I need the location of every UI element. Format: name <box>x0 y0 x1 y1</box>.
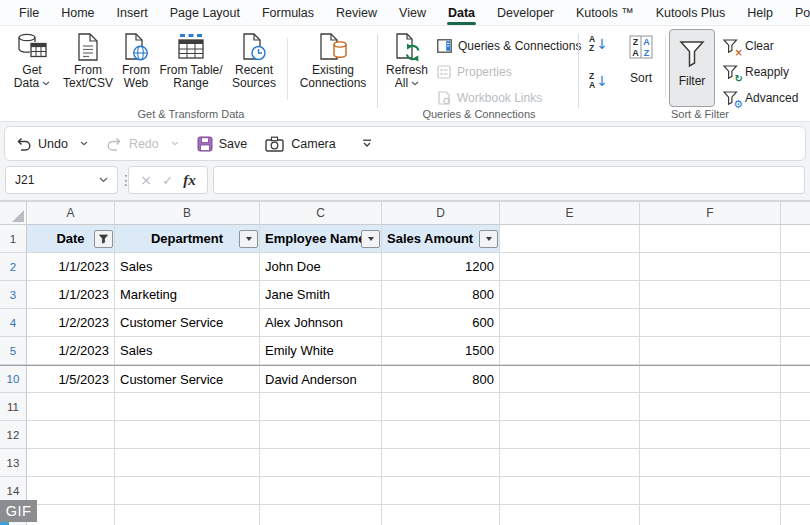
cell-E12[interactable] <box>500 421 640 449</box>
cell-amount-row2[interactable]: 1200 <box>382 253 500 281</box>
cell-A12[interactable] <box>27 421 115 449</box>
cell-department-row2[interactable]: Sales <box>115 253 260 281</box>
cell-D11[interactable] <box>382 393 500 421</box>
cell-F[interactable] <box>640 505 781 525</box>
cell-C13[interactable] <box>260 449 382 477</box>
cell-employee-row4[interactable]: Alex Johnson <box>260 309 382 337</box>
cell-F10[interactable] <box>640 366 781 393</box>
cell-D14[interactable] <box>382 477 500 505</box>
cell-G3[interactable] <box>781 281 810 309</box>
cell-F11[interactable] <box>640 393 781 421</box>
tab-insert[interactable]: Insert <box>106 1 159 25</box>
cell-C12[interactable] <box>260 421 382 449</box>
cell-F14[interactable] <box>640 477 781 505</box>
reapply-filter-button[interactable]: ↻ Reapply <box>722 63 789 81</box>
cell-C11[interactable] <box>260 393 382 421</box>
cell-A11[interactable] <box>27 393 115 421</box>
cell-D13[interactable] <box>382 449 500 477</box>
header-cell-employee-name[interactable]: Employee Name <box>260 225 382 253</box>
from-web-button[interactable]: From Web <box>116 30 156 90</box>
cell-G14[interactable] <box>781 477 810 505</box>
cell-date-row3[interactable]: 1/1/2023 <box>27 281 115 309</box>
cell-department-row4[interactable]: Customer Service <box>115 309 260 337</box>
cell-A14[interactable] <box>27 477 115 505</box>
row-header-10[interactable]: 10 <box>0 366 27 393</box>
formula-bar-input[interactable] <box>213 166 805 194</box>
row-header-11[interactable]: 11 <box>0 393 27 421</box>
cell-E5[interactable] <box>500 337 640 365</box>
cell-B11[interactable] <box>115 393 260 421</box>
refresh-all-button[interactable]: Refresh All <box>381 30 433 90</box>
cell-F1[interactable] <box>640 225 781 253</box>
cell-E4[interactable] <box>500 309 640 337</box>
tab-kutools[interactable]: Kutools ™ <box>565 1 645 25</box>
tab-view[interactable]: View <box>388 1 437 25</box>
sort-descending-button[interactable]: ZA ↓ <box>589 72 608 89</box>
customize-quick-access-button[interactable] <box>362 139 372 148</box>
tab-page-layout[interactable]: Page Layout <box>159 1 251 25</box>
undo-button[interactable]: Undo <box>15 136 88 152</box>
column-header-C[interactable]: C <box>260 202 382 224</box>
cell-B14[interactable] <box>115 477 260 505</box>
cell-G1[interactable] <box>781 225 810 253</box>
cell-G4[interactable] <box>781 309 810 337</box>
tab-home[interactable]: Home <box>50 1 105 25</box>
cell-F2[interactable] <box>640 253 781 281</box>
row-header-3[interactable]: 3 <box>0 281 27 309</box>
row-header-4[interactable]: 4 <box>0 309 27 337</box>
tab-po[interactable]: Po <box>784 1 810 25</box>
cell-E10[interactable] <box>500 366 640 393</box>
workbook-links-button[interactable]: Workbook Links <box>437 89 542 107</box>
cell-F3[interactable] <box>640 281 781 309</box>
cell-F5[interactable] <box>640 337 781 365</box>
tab-review[interactable]: Review <box>325 1 388 25</box>
cell-date-row5[interactable]: 1/2/2023 <box>27 337 115 365</box>
column-header-F[interactable]: F <box>640 202 781 224</box>
cell-date-row2[interactable]: 1/1/2023 <box>27 253 115 281</box>
cell-E14[interactable] <box>500 477 640 505</box>
enter-button[interactable]: ✓ <box>162 173 173 188</box>
cell-amount-row3[interactable]: 800 <box>382 281 500 309</box>
row-header-12[interactable]: 12 <box>0 421 27 449</box>
queries-connections-button[interactable]: Queries & Connections <box>437 37 581 55</box>
cell-amount-row5[interactable]: 1500 <box>382 337 500 365</box>
department-filter-button[interactable] <box>239 230 258 248</box>
from-table-range-button[interactable]: From Table/ Range <box>156 30 226 90</box>
header-cell-date[interactable]: Date <box>27 225 115 253</box>
cell-F12[interactable] <box>640 421 781 449</box>
cell-department-row5[interactable]: Sales <box>115 337 260 365</box>
date-filter-button[interactable] <box>94 230 113 248</box>
employee-name-filter-button[interactable] <box>361 230 380 248</box>
name-box[interactable]: J21 <box>5 166 118 194</box>
cell-B13[interactable] <box>115 449 260 477</box>
existing-connections-button[interactable]: Existing Connections <box>292 30 374 90</box>
cell-amount-row4[interactable]: 600 <box>382 309 500 337</box>
sort-ascending-button[interactable]: AZ ↓ <box>589 35 608 52</box>
save-button[interactable]: Save <box>197 136 248 152</box>
cell-date-row10[interactable]: 1/5/2023 <box>27 366 115 393</box>
recent-sources-button[interactable]: Recent Sources <box>226 30 282 90</box>
tab-file[interactable]: File <box>8 1 50 25</box>
column-header-E[interactable]: E <box>500 202 640 224</box>
cell-F13[interactable] <box>640 449 781 477</box>
select-all-corner[interactable] <box>0 202 27 224</box>
cell-E13[interactable] <box>500 449 640 477</box>
cell-D12[interactable] <box>382 421 500 449</box>
properties-button[interactable]: Properties <box>437 63 512 81</box>
cell-A[interactable] <box>27 505 115 525</box>
column-header-partial[interactable] <box>781 202 810 224</box>
cell-E2[interactable] <box>500 253 640 281</box>
sales-amount-filter-button[interactable] <box>479 230 498 248</box>
cell-employee-row10[interactable]: David Anderson <box>260 366 382 393</box>
cell-G[interactable] <box>781 505 810 525</box>
row-header-5[interactable]: 5 <box>0 337 27 365</box>
tab-data[interactable]: Data <box>437 1 486 25</box>
column-header-B[interactable]: B <box>115 202 260 224</box>
from-text-csv-button[interactable]: From Text/CSV <box>60 30 116 90</box>
tab-help[interactable]: Help <box>736 1 784 25</box>
cell-E[interactable] <box>500 505 640 525</box>
cell-C14[interactable] <box>260 477 382 505</box>
cell-G2[interactable] <box>781 253 810 281</box>
cell-amount-row10[interactable]: 800 <box>382 366 500 393</box>
cell-employee-row2[interactable]: John Doe <box>260 253 382 281</box>
